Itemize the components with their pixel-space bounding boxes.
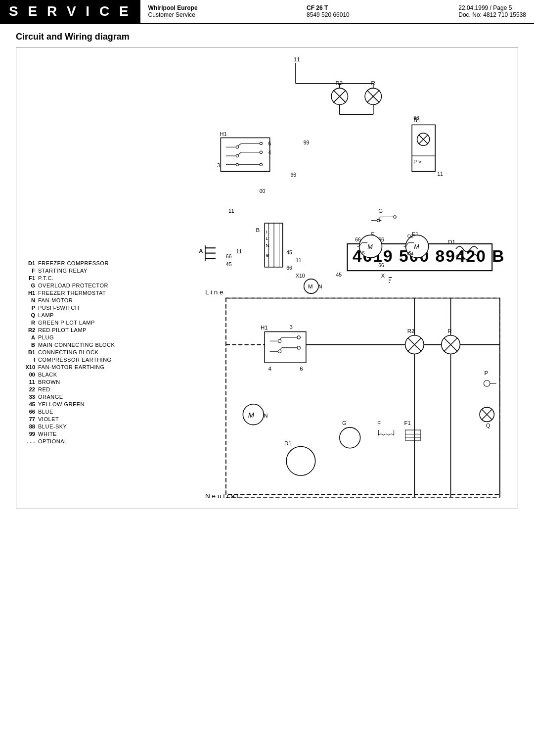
svg-text:Q: Q [486,423,490,428]
svg-text:M: M [308,284,313,289]
svg-text:45: 45 [286,250,292,255]
legend-value: FAN-MOTOR [38,297,73,303]
svg-text:M: M [248,411,255,419]
doc-label: Doc. No: 4812 710 15538 [458,11,526,18]
legend-item: 11BROWN [21,379,125,385]
legend-item: 88BLUE-SKY [21,424,125,429]
legend-items: D1FREEZER COMPRESSORFSTARTING RELAYF1P.T… [21,260,125,444]
svg-point-56 [377,219,380,222]
company-col: Whirlpool Europe Customer Service [148,4,198,18]
svg-text:66: 66 [286,265,292,271]
legend-item: X10FAN-MOTOR EARTHING [21,364,125,370]
svg-point-121 [297,346,300,349]
service-label: S E R V I C E [0,0,140,23]
page-content: Circuit and Wiring diagram D1FREEZER COM… [0,24,534,517]
circuit-area: 4619 500 89420 B L i n e N e u t r a l 1… [125,52,513,504]
legend-value: ORANGE [38,394,63,400]
legend-value: YELLOW GREEN [38,401,85,407]
legend-key: 88 [21,424,35,429]
svg-text:S: S [362,250,365,255]
legend-key: R [21,320,35,326]
legend-item: 33ORANGE [21,394,125,400]
svg-text:66: 66 [291,172,297,178]
svg-text:11: 11 [228,208,234,214]
svg-point-36 [260,142,262,144]
svg-text:M: M [414,243,419,250]
legend-value: FREEZER COMPRESSOR [38,260,109,266]
legend-value: FAN-MOTOR EARTHING [38,364,105,370]
legend-value: BROWN [38,379,60,385]
legend-key: 11 [21,379,35,385]
model-col: CF 26 T 8549 520 66010 [307,4,350,18]
svg-text:45: 45 [226,262,232,267]
legend-key: 77 [21,416,35,422]
svg-rect-30 [221,138,269,171]
legend-key: P [21,305,35,311]
diagram-border: D1FREEZER COMPRESSORFSTARTING RELAYF1P.T… [16,47,518,509]
legend-value: VIOLET [38,416,59,422]
legend-key: . - - [21,438,35,444]
svg-text:00: 00 [260,189,266,194]
legend-item: H1FREEZER THERMOSTAT [21,290,125,296]
date-col: 22.04.1999 / Page 5 Doc. No: 4812 710 15… [458,4,526,18]
legend-value: BLUE [38,409,53,415]
svg-point-116 [297,336,300,339]
svg-text:6: 6 [300,366,303,372]
legend-value: BLACK [38,372,57,378]
svg-point-57 [394,216,396,218]
legend-item: APLUG [21,334,125,340]
header-info: Whirlpool Europe Customer Service CF 26 … [140,0,534,23]
svg-point-40 [236,154,238,157]
legend-value: PLUG [38,334,54,340]
legend-key: F1 [21,275,35,281]
legend-value: FREEZER THERMOSTAT [38,290,106,296]
svg-point-146 [340,427,360,448]
part-number-label: 8549 520 66010 [307,11,350,18]
svg-text:4: 4 [268,366,272,372]
legend-value: WHITE [38,431,57,437]
legend-value: OVERLOAD PROTECTOR [38,283,108,288]
legend-item: 66BLUE [21,409,125,415]
legend-key: 33 [21,394,35,400]
svg-text:O4: O4 [407,251,414,256]
legend-value: RED [38,386,50,392]
legend-key: 45 [21,401,35,407]
legend-item: BMAIN CONNECTING BLOCK [21,342,125,348]
svg-rect-149 [405,430,421,440]
legend-item: NFAN-MOTOR [21,297,125,303]
legend-item: 45YELLOW GREEN [21,401,125,407]
svg-text:D1: D1 [284,440,292,446]
legend-item: R2RED PILOT LAMP [21,327,125,333]
company-name: Whirlpool Europe [148,4,198,11]
svg-text:X: X [381,273,385,279]
legend-key: B1 [21,349,35,355]
legend-value: LAMP [38,312,54,318]
legend-value: RED PILOT LAMP [38,327,87,333]
svg-text:R2: R2 [335,80,343,86]
svg-text:M: M [367,243,373,250]
svg-text:G: G [342,420,347,426]
legend-value: STARTING RELAY [38,268,88,274]
svg-text:66: 66 [378,263,384,268]
legend-item: QLAMP [21,312,125,318]
legend-item: F1P.T.C. [21,275,125,281]
svg-text:4: 4 [268,150,271,155]
legend-key: 99 [21,431,35,437]
svg-text:N: N [264,413,267,419]
legend-key: 22 [21,386,35,392]
legend-item: 99WHITE [21,431,125,437]
svg-text:R2: R2 [407,328,415,334]
svg-point-120 [278,350,281,353]
svg-text:N: N [318,284,322,289]
model-label: CF 26 T [307,4,350,11]
svg-text:F: F [377,420,381,426]
svg-text:F1: F1 [404,420,410,426]
legend-key: I [21,357,35,363]
page-header: S E R V I C E Whirlpool Europe Customer … [0,0,534,24]
svg-text:66: 66 [413,115,419,121]
svg-text:P >: P > [413,159,421,165]
legend-value: PUSH-SWITCH [38,305,79,311]
svg-text:X10: X10 [296,273,305,279]
legend-key: H1 [21,290,35,296]
legend-value: P.T.C. [38,275,54,281]
